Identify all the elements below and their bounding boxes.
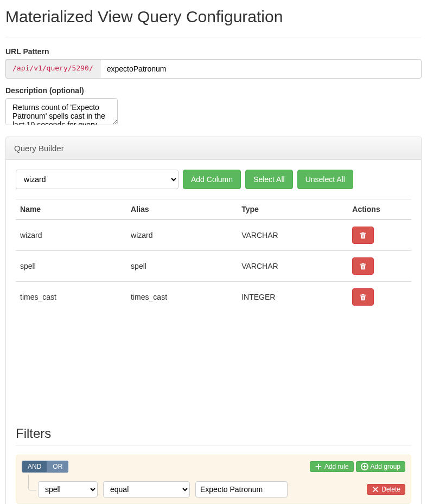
or-toggle[interactable]: OR [47,461,68,473]
col-name: spell [16,251,126,282]
delete-column-button[interactable] [352,227,374,244]
col-alias: wizard [126,219,237,251]
col-type: INTEGER [237,282,348,313]
columns-table: Name Alias Type Actions wizardwizardVARC… [16,199,411,312]
filters-heading: Filters [16,426,411,441]
divider [5,37,422,37]
filter-rule: spellequalDelete [22,479,405,497]
table-row: times_casttimes_castINTEGER [16,282,411,313]
divider [16,445,411,446]
rule-operator-select[interactable]: equal [103,481,190,497]
add-group-label: Add group [371,463,400,470]
delete-column-button[interactable] [352,288,374,306]
plus-icon [315,463,322,470]
conjunction-toggle: AND OR [22,461,68,473]
add-rule-button[interactable]: Add rule [310,461,354,472]
query-builder-toolbar: wizard Add Column Select All Unselect Al… [16,170,411,189]
x-icon [372,486,379,493]
delete-rule-label: Delete [381,486,400,493]
rule-value-input[interactable] [195,481,288,497]
and-toggle[interactable]: AND [22,461,47,473]
table-row: wizardwizardVARCHAR [16,219,411,251]
delete-rule-button[interactable]: Delete [367,484,405,495]
filter-group-actions: Add rule Add group [310,461,405,472]
columns-header-row: Name Alias Type Actions [16,199,411,220]
url-pattern-input[interactable] [100,59,422,79]
trash-icon [359,231,367,239]
trash-icon [359,293,367,301]
col-type: VARCHAR [237,251,348,282]
query-builder-heading: Query Builder [6,137,421,160]
filter-group-header: AND OR Add rule Add group [22,461,405,473]
column-select[interactable]: wizard [16,170,179,189]
url-pattern-label: URL Pattern [5,47,422,56]
description-label: Description (optional) [5,86,422,95]
col-header-name: Name [16,199,126,220]
spacer [16,312,411,410]
col-name: times_cast [16,282,126,313]
col-header-alias: Alias [126,199,237,220]
col-header-actions: Actions [348,199,411,220]
col-header-type: Type [237,199,348,220]
filter-group: AND OR Add rule Add group s [16,455,411,503]
col-alias: times_cast [126,282,237,313]
col-type: VARCHAR [237,219,348,251]
query-builder-panel: Query Builder wizard Add Column Select A… [5,137,422,504]
plus-circle-icon [361,463,368,470]
unselect-all-button[interactable]: Unselect All [297,170,353,189]
table-row: spellspellVARCHAR [16,251,411,282]
trash-icon [359,262,367,270]
url-pattern-group: /api/v1/query/5290/ [5,59,422,79]
description-input[interactable]: Returns count of 'Expecto Patronum' spel… [5,98,118,125]
add-rule-label: Add rule [324,463,349,470]
url-prefix: /api/v1/query/5290/ [5,59,100,79]
col-alias: spell [126,251,237,282]
delete-column-button[interactable] [352,257,374,275]
page-title: Materialized View Query Configuration [5,8,422,30]
rule-field-select[interactable]: spell [38,481,98,497]
col-name: wizard [16,219,126,251]
select-all-button[interactable]: Select All [245,170,293,189]
add-group-button[interactable]: Add group [356,461,405,472]
add-column-button[interactable]: Add Column [183,170,241,189]
